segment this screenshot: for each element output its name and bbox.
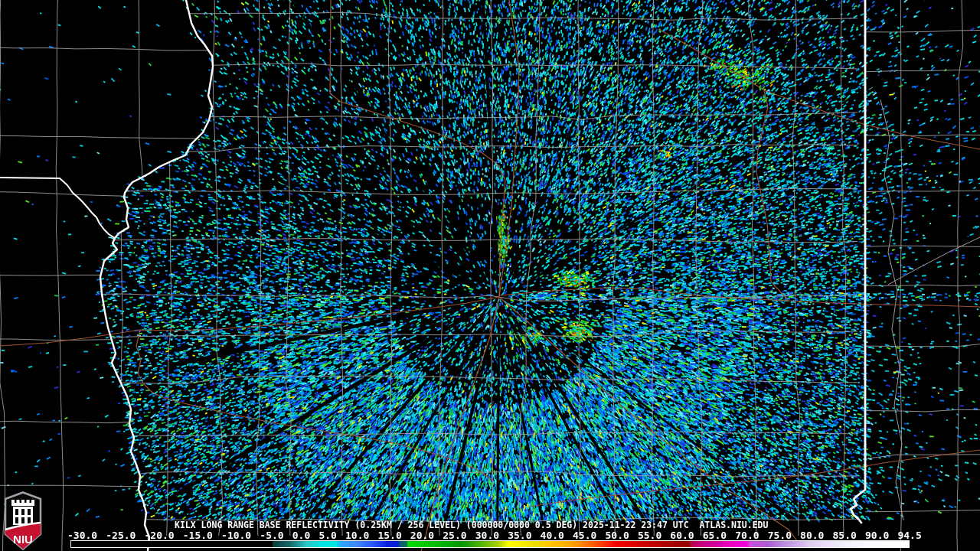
colorbar-tick-label: 70.0: [735, 530, 759, 541]
radar-viewer: KILX LONG RANGE BASE REFLECTIVITY (0.25K…: [0, 0, 980, 551]
colorbar-tick-label: 60.0: [670, 530, 694, 541]
colorbar-tick-label: 30.0: [475, 530, 499, 541]
colorbar-tick-label: 75.0: [768, 530, 792, 541]
colorbar-tick-label: -20.0: [145, 530, 175, 541]
colorbar-tick-label: 5.0: [318, 530, 336, 541]
colorbar-tick-label: 80.0: [800, 530, 824, 541]
product-title: KILX LONG RANGE BASE REFLECTIVITY (0.25K…: [175, 520, 768, 530]
colorbar-tick-label: 55.0: [638, 530, 662, 541]
colorbar-tick-label: 0.0: [292, 530, 310, 541]
colorbar-tick-label: 94.5: [897, 530, 921, 541]
colorbar-tick-label: -15.0: [183, 530, 213, 541]
radar-map-canvas: [0, 0, 980, 551]
colorbar-tick-label: 85.0: [833, 530, 857, 541]
niu-logo: NIU: [2, 491, 45, 551]
colorbar-tick-label: -25.0: [106, 530, 136, 541]
colorbar-tick-label: -5.0: [260, 530, 283, 541]
colorbar-tick-label: 15.0: [377, 530, 401, 541]
colorbar-scale: -30.0-25.0-20.0-15.0-10.0-5.00.05.010.01…: [67, 530, 922, 541]
reflectivity-colorbar: [70, 540, 910, 548]
colorbar-tick-label: 40.0: [541, 530, 564, 541]
colorbar-tick-label: 45.0: [573, 530, 596, 541]
colorbar-tick-label: -30.0: [67, 530, 97, 541]
colorbar-tick-label: 10.0: [345, 530, 369, 541]
colorbar-tick-label: -10.0: [221, 530, 251, 541]
niu-logo-text: NIU: [13, 533, 33, 546]
colorbar-tick-label: 35.0: [508, 530, 531, 541]
colorbar-tick-label: 65.0: [703, 530, 727, 541]
colorbar-tick-label: 50.0: [605, 530, 629, 541]
colorbar-tick-label: 25.0: [443, 530, 466, 541]
colorbar-tick-label: 90.0: [865, 530, 889, 541]
colorbar-tick-label: 20.0: [410, 530, 434, 541]
